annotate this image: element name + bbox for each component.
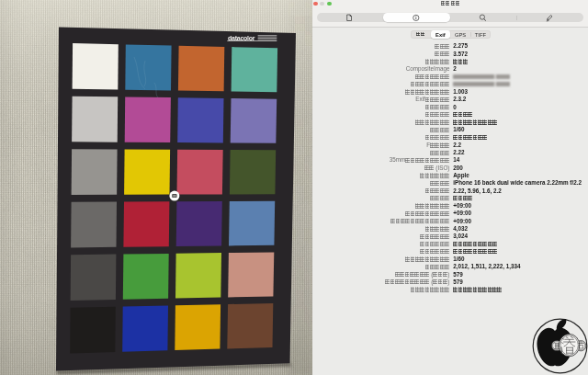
svg-text:datacolor: datacolor	[228, 35, 255, 41]
